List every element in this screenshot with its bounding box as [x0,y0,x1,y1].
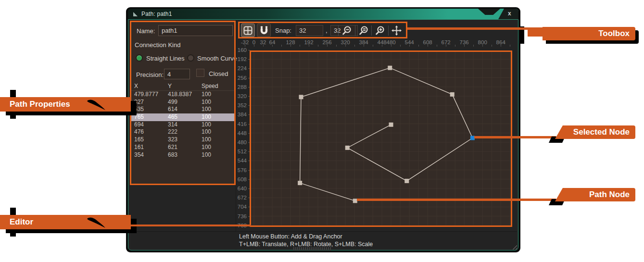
table-cell: 479.8777 [134,91,158,99]
path-node[interactable] [450,92,455,97]
window-drag-handle[interactable] [293,248,331,250]
name-label: Name: [137,27,155,35]
table-cell: 222 [168,128,177,136]
precision-input[interactable] [164,69,190,79]
table-cell: 100 [202,106,211,113]
table-cell: 694 [134,121,144,129]
callout-connector [130,225,251,226]
v-ruler-label: 480 [238,139,247,145]
status-line-1: Left Mouse Button: Add & Drag Anchor [239,233,342,240]
table-row[interactable]: 694314100 [131,121,236,129]
collapse-triangle-icon[interactable] [133,12,138,17]
v-ruler-label: 448 [238,130,247,136]
precision-label: Precision: [136,71,164,78]
callout-step [528,27,544,37]
ruler-tick [336,45,337,47]
ruler-tick [510,45,510,47]
table-row[interactable]: 479.8777418.8387100 [131,91,236,99]
ruler-tick [437,45,437,47]
ruler-tick [248,142,250,143]
radio-straight-lines-label: Straight Lines [146,55,185,62]
path-node[interactable] [404,179,409,183]
grid-toggle-button[interactable] [241,24,255,37]
table-cell: 161 [134,144,144,151]
table-cell: 499 [168,99,177,106]
path-polyline [300,68,473,201]
v-ruler-label: 608 [238,176,247,182]
zoom-actual-size-button[interactable] [357,24,371,37]
table-row[interactable]: 161621100 [131,144,236,151]
zoom-out-icon [342,25,352,36]
horizontal-ruler: -320326412819225632038444848054460867273… [236,39,517,47]
snap-comma: , [326,27,328,34]
swoosh-decoration [87,217,106,228]
table-cell: 100 [202,121,211,129]
annotated-screenshot: Path: path1 x Name: Connection Kind Stra… [0,0,644,262]
table-cell: Y [168,82,172,91]
table-row[interactable]: 354683100 [131,151,236,159]
ruler-tick [248,68,250,69]
snap-x-input[interactable] [296,25,323,36]
table-cell: 100 [202,99,211,106]
ruler-tick [248,59,250,60]
zoom-in-button[interactable] [373,24,387,37]
ruler-tick [248,133,250,134]
closed-checkbox[interactable] [196,69,204,77]
table-row[interactable]: 535614100 [131,106,236,113]
h-ruler-label: 256 [322,39,331,45]
ruler-tick [248,105,250,106]
path-node[interactable] [389,123,393,127]
ruler-tick [418,45,419,47]
pan-icon [391,25,402,36]
table-cell: 100 [202,144,211,151]
coordinates-table: XYSpeed479.8777418.838710032749910053561… [131,82,236,159]
name-input[interactable] [158,25,233,36]
table-row[interactable]: 327499100 [131,99,236,106]
connection-kind-label: Connection Kind [135,41,180,49]
window-title: Path: path1 [141,11,172,17]
v-ruler-label: 416 [238,121,247,127]
h-ruler-label: 384 [359,39,368,45]
ruler-tick [248,216,250,217]
path-node[interactable] [298,181,302,185]
table-cell: 323 [168,136,177,144]
table-cell: 476 [134,128,144,136]
radio-smooth-curve[interactable] [187,54,194,62]
callout-selected-node: Selected Node [555,125,635,139]
v-ruler-label: 512 [238,149,247,154]
h-ruler-label: 320 [341,39,350,45]
ruler-tick [300,45,300,47]
callout-connector [357,199,556,201]
window-titlebar[interactable]: Path: path1 x [128,9,518,19]
table-cell: X [134,82,138,91]
table-row[interactable]: 765465100 [131,113,236,121]
path-node[interactable] [345,146,350,150]
table-row[interactable]: 165323100 [131,136,236,144]
v-ruler-label: 544 [238,158,247,163]
close-button[interactable]: x [498,9,518,19]
table-row[interactable]: 476222100 [131,128,236,136]
toolbar-separator [338,25,339,36]
h-ruler-label: -32 [241,39,249,45]
table-cell: 165 [134,136,144,144]
h-ruler-label: 192 [304,39,313,45]
v-ruler-label: 672 [238,195,247,200]
radio-straight-lines[interactable] [136,54,143,62]
v-ruler-label: 256 [238,75,247,81]
h-ruler-label: 0 [253,39,255,45]
h-ruler-label: 480 [387,39,396,45]
v-ruler-label: 352 [238,102,247,108]
v-ruler-label: 736 [238,213,247,219]
zoom-out-button[interactable] [340,24,354,37]
pan-button[interactable] [390,24,404,37]
snap-toggle-button[interactable] [257,24,271,37]
path-node[interactable] [388,66,392,70]
zoom-actual-icon [359,25,369,36]
ruler-tick [455,45,455,47]
v-ruler-label: 704 [238,204,247,210]
ruler-tick [281,45,282,47]
vertical-ruler: 1601922242562883203523844164484805125445… [236,47,250,228]
toolbar-separator [388,25,389,36]
h-ruler-label: 448 [378,39,387,45]
path-node[interactable] [299,95,303,99]
